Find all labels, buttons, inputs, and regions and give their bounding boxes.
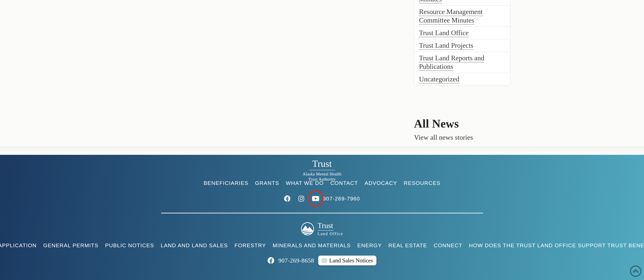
tlo-logo-wordmark: Trust [318,222,343,229]
footer-secondary-nav-link[interactable]: PUBLIC NOTICES [105,242,154,248]
category-row: Trust Land Reports and Publications [414,52,510,73]
chevron-up-icon [630,265,642,277]
youtube-link[interactable] [312,196,319,201]
tlo-logo: Trust Land Office [0,222,644,236]
footer-secondary-nav-link[interactable]: GENERAL PERMITS [43,242,98,248]
footer-secondary-nav-link[interactable]: CONNECT [434,242,462,248]
social-row: 907-269-7960 [0,195,644,202]
footer-secondary-nav-link[interactable]: FORESTRY [234,242,266,248]
footer-secondary-nav-link[interactable]: LAND USE APPLICATION [0,242,37,248]
back-to-top-button[interactable] [630,265,642,277]
all-news-heading: All News [414,117,459,130]
tlo-logo-rule [318,230,334,231]
footer-primary-nav-link[interactable]: CONTACT [330,180,358,186]
facebook-icon [284,195,290,202]
footer-secondary-nav-link[interactable]: MINERALS AND MATERIALS [273,242,351,248]
amhta-logo-rule [309,170,335,170]
land-sales-notices-button[interactable]: Land Sales Notices [318,256,376,265]
footer-secondary-nav-link[interactable]: LAND AND LAND SALES [161,242,228,248]
category-link[interactable]: Resource Management Committee Minutes [419,8,482,24]
footer-primary-nav-link[interactable]: BENEFICIARIES [204,180,248,186]
footer-primary-nav-link[interactable]: GRANTS [255,180,279,186]
footer-divider [161,213,483,213]
amhta-logo: Trust Alaska Mental Health Trust Authori… [0,159,644,182]
category-row: Resource Management Committee Minutes [414,5,510,27]
page: Minutes Resource Management Committee Mi… [0,0,644,280]
land-sales-notices-label: Land Sales Notices [329,257,373,264]
category-row: Trust Land Projects [414,39,510,52]
category-row: Uncategorized [414,73,510,85]
site-footer: Trust Alaska Mental Health Trust Authori… [0,155,644,280]
footer-secondary-nav-link[interactable]: HOW DOES THE TRUST LAND OFFICE SUPPORT T… [469,242,644,248]
instagram-icon [298,196,304,202]
category-row-partial: Minutes [414,0,510,5]
view-all-news-link[interactable]: View all news stories [414,133,473,142]
footer-primary-nav-link[interactable]: ADVOCACY [364,180,397,186]
facebook-icon [268,257,274,264]
footer-primary-nav-link[interactable]: WHAT WE DO [286,180,324,186]
amhta-tagline-line1: Alaska Mental Health [0,172,644,177]
amhta-logo-wordmark: Trust [0,159,644,169]
category-rows: Resource Management Committee Minutes Tr… [414,5,510,85]
news-category-list: Minutes Resource Management Committee Mi… [414,0,510,86]
footer-primary-nav-link[interactable]: RESOURCES [404,180,440,186]
pre-footer-shade [0,146,644,155]
category-link-partial[interactable]: Minutes [419,0,442,3]
tlo-phone-link[interactable]: 907-269-8658 [278,257,314,264]
youtube-icon [312,196,319,201]
footer-secondary-nav-link[interactable]: REAL ESTATE [388,242,427,248]
category-link[interactable]: Trust Land Office [419,29,468,37]
tlo-mountain-icon [301,222,314,236]
category-link[interactable]: Trust Land Reports and Publications [419,54,484,70]
instagram-link[interactable] [298,196,304,202]
primary-phone-link[interactable]: 907-269-7960 [323,195,360,202]
tlo-facebook-link[interactable] [268,257,274,264]
category-link[interactable]: Trust Land Projects [419,42,474,49]
footer-bottom-row: 907-269-8658 Land Sales Notices [0,256,644,265]
tlo-logo-subtitle: Land Office [318,231,343,236]
youtube-wrap [312,196,319,201]
category-link[interactable]: Uncategorized [419,75,460,83]
footer-primary-nav: BENEFICIARIES GRANTS WHAT WE DO CONTACT … [0,180,644,186]
facebook-link[interactable] [284,195,290,202]
envelope-icon [322,258,327,262]
footer-secondary-nav-link[interactable]: ENERGY [358,242,382,248]
footer-secondary-nav: LAND USE APPLICATION GENERAL PERMITS PUB… [0,242,644,248]
category-row: Trust Land Office [414,27,510,39]
